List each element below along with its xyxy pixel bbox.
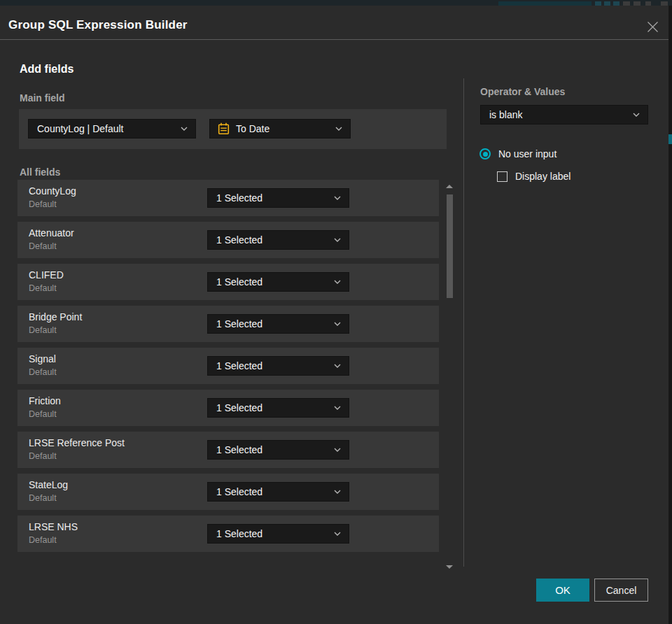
- field-selection-label: 1 Selected: [208, 444, 334, 455]
- chevron-down-icon: [335, 127, 350, 131]
- field-selection-label: 1 Selected: [208, 318, 334, 329]
- close-icon: [647, 21, 659, 33]
- field-name: StateLog: [29, 479, 68, 490]
- field-name: Friction: [29, 395, 61, 406]
- close-button[interactable]: [643, 17, 662, 36]
- operator-select-value: is blank: [481, 109, 633, 120]
- field-selection-dropdown[interactable]: 1 Selected: [207, 230, 349, 250]
- add-fields-heading: Add fields: [20, 63, 74, 76]
- field-row: Attenuator Default 1 Selected: [18, 222, 439, 258]
- field-subtitle: Default: [29, 493, 57, 503]
- field-name: Attenuator: [29, 227, 74, 239]
- main-field-select[interactable]: CountyLog | Default: [28, 119, 196, 139]
- field-subtitle: Default: [29, 241, 57, 251]
- main-field-label: Main field: [20, 92, 65, 104]
- field-subtitle: Default: [29, 283, 57, 293]
- chevron-down-icon: [334, 196, 349, 200]
- field-selection-label: 1 Selected: [208, 276, 334, 288]
- all-fields-list: CountyLog Default 1 Selected Attenuator …: [18, 180, 439, 558]
- dialog-title: Group SQL Expression Builder: [8, 18, 188, 32]
- radio-icon: [479, 148, 491, 159]
- field-subtitle: Default: [29, 535, 57, 545]
- field-subtitle: Default: [29, 199, 57, 209]
- chevron-down-icon: [334, 532, 349, 536]
- field-selection-label: 1 Selected: [208, 528, 334, 539]
- background-app-right-edge: [668, 6, 672, 624]
- field-row: Bridge Point Default 1 Selected: [18, 306, 439, 342]
- chevron-down-icon: [334, 406, 349, 410]
- field-row: CountyLog Default 1 Selected: [18, 180, 439, 216]
- field-selection-label: 1 Selected: [208, 402, 334, 413]
- field-row: Friction Default 1 Selected: [18, 390, 439, 426]
- field-name: Signal: [29, 353, 56, 364]
- all-fields-scrollbar[interactable]: [445, 178, 454, 570]
- field-selection-dropdown[interactable]: 1 Selected: [207, 272, 349, 292]
- field-selection-dropdown[interactable]: 1 Selected: [207, 440, 349, 460]
- all-fields-label: All fields: [20, 166, 60, 178]
- field-subtitle: Default: [29, 325, 57, 335]
- main-field-panel: CountyLog | Default To Date: [19, 109, 447, 149]
- field-name: Bridge Point: [29, 311, 82, 322]
- field-row: CLIFED Default 1 Selected: [18, 264, 439, 300]
- field-row: Signal Default 1 Selected: [18, 348, 439, 384]
- operator-select[interactable]: is blank: [480, 105, 648, 125]
- field-selection-dropdown[interactable]: 1 Selected: [207, 356, 349, 376]
- field-subtitle: Default: [29, 451, 57, 461]
- no-user-input-label: No user input: [498, 148, 556, 159]
- scrollbar-thumb[interactable]: [447, 194, 453, 298]
- field-row: StateLog Default 1 Selected: [18, 474, 439, 510]
- field-name: CLIFED: [29, 269, 64, 281]
- no-user-input-radio[interactable]: No user input: [479, 148, 556, 159]
- field-name: CountyLog: [29, 185, 76, 197]
- field-subtitle: Default: [29, 409, 57, 419]
- field-selection-label: 1 Selected: [208, 360, 334, 371]
- field-type-select[interactable]: To Date: [209, 119, 351, 139]
- field-selection-dropdown[interactable]: 1 Selected: [207, 524, 349, 544]
- header-divider: [0, 39, 668, 40]
- chevron-down-icon: [334, 490, 349, 494]
- field-selection-label: 1 Selected: [208, 192, 334, 204]
- field-selection-dropdown[interactable]: 1 Selected: [207, 314, 349, 334]
- field-selection-dropdown[interactable]: 1 Selected: [207, 188, 349, 208]
- chevron-down-icon: [334, 448, 349, 452]
- display-label-label: Display label: [515, 171, 570, 182]
- checkbox-icon: [497, 171, 507, 182]
- field-type-select-value: To Date: [230, 123, 335, 134]
- chevron-down-icon: [334, 364, 349, 368]
- cancel-button[interactable]: Cancel: [594, 579, 648, 602]
- field-subtitle: Default: [29, 367, 57, 377]
- scroll-up-arrow-icon[interactable]: [446, 185, 453, 188]
- background-app-toolbar: Live view: [0, 0, 672, 6]
- display-label-checkbox[interactable]: Display label: [497, 171, 570, 182]
- field-name: LRSE NHS: [29, 521, 78, 532]
- chevron-down-icon: [334, 238, 349, 242]
- field-selection-dropdown[interactable]: 1 Selected: [207, 482, 349, 502]
- chevron-down-icon: [334, 322, 349, 326]
- field-selection-label: 1 Selected: [208, 486, 334, 497]
- calendar-icon: [210, 122, 230, 135]
- field-row: LRSE NHS Default 1 Selected: [18, 516, 439, 552]
- field-selection-label: 1 Selected: [208, 234, 334, 246]
- main-field-select-value: CountyLog | Default: [29, 123, 181, 134]
- operator-values-heading: Operator & Values: [480, 86, 565, 97]
- chevron-down-icon: [633, 113, 648, 117]
- chevron-down-icon: [181, 127, 195, 131]
- panel-divider: [463, 78, 464, 567]
- field-name: LRSE Reference Post: [29, 437, 125, 448]
- chevron-down-icon: [334, 280, 349, 284]
- ok-button[interactable]: OK: [536, 579, 589, 602]
- background-accent-fragment: [668, 134, 672, 144]
- scroll-down-arrow-icon[interactable]: [446, 565, 453, 569]
- field-row: LRSE Reference Post Default 1 Selected: [18, 432, 439, 468]
- field-selection-dropdown[interactable]: 1 Selected: [207, 398, 349, 418]
